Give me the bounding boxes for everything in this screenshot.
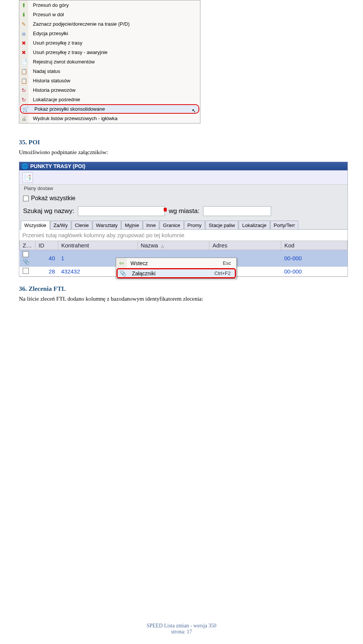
attachment-icon: 📎 [118,268,128,278]
show-all-row: Pokaż wszystkie [19,193,347,204]
menu-item-move-down[interactable]: ⬇ Przesuń w dół [19,10,200,19]
document-icon: ≣ [19,29,28,38]
tab-myjnie[interactable]: Myjnie [121,221,143,229]
tab-warsztaty[interactable]: Warsztaty [93,221,121,229]
globe-icon: 🌐 [22,163,28,169]
context-menu-screenshot: ⬆ Przesuń do góry ⬇ Przesuń w dół ✎ Zazn… [19,0,200,124]
poi-titlebar: 🌐 PUNKTY TRASY (POI) [19,162,347,170]
search-name-label: Szukaj wg nazwy: [23,207,74,215]
menu-item-mark-pd[interactable]: ✎ Zaznacz podjęcie/doreczenie na trasie … [19,19,200,29]
tab-lokalizacje[interactable]: Lokalizacje [239,221,270,229]
menu-item-remove-shipment-emergency[interactable]: ✖ Usuń przesyłkę z trasy - awaryjnie [19,48,200,57]
col-kod[interactable]: Kod [281,241,347,250]
menu-item-print-waybills[interactable]: 🖨 Wydruk listów przewozowych - igłówka [19,114,200,123]
poi-tabs: Wszystkie Za/Wy Clenie Warsztaty Myjnie … [19,220,347,230]
arrow-down-icon: ⬇ [19,10,28,19]
inner-menu-attachments[interactable]: 📎 Załączniki Ctrl+F2 [116,268,236,278]
show-all-checkbox[interactable] [23,196,29,201]
tab-granice[interactable]: Granice [160,221,184,229]
search-city-label: wg miasta: [169,207,199,215]
arrow-up-icon: ⬆ [19,0,28,10]
poi-search-row: Szukaj wg nazwy: wg miasta: [19,204,347,220]
back-arrow-icon: ⇦ [116,258,127,268]
search-city-input[interactable] [203,206,271,216]
col-kontrahent[interactable]: Kontrahent [58,241,138,250]
cell-id: 28 [36,267,58,276]
menu-item-label: Usuń przesyłkę z trasy - awaryjnie [31,49,197,55]
col-adres[interactable]: Adres [209,241,281,250]
tab-porty[interactable]: Porty/Terr [270,221,298,229]
poi-title: PUNKTY TRASY (POI) [30,163,85,169]
menu-item-label: Historia statusów [31,78,197,83]
sort-asc-icon: △ [161,244,164,248]
menu-item-status-history[interactable]: 📋 Historia statusów [19,76,200,85]
history-icon: ↻ [19,95,28,104]
section-36-heading: 36. Zlecenia FTL [19,285,344,293]
attachment-icon: 📎 [23,258,30,265]
page-footer: SPEED Lista zmian - wersja 350 strona: 1… [0,623,363,635]
row-checkbox[interactable] [23,251,29,257]
menu-item-label: Przesuń do góry [31,2,197,8]
edit-icon: ✎ [19,19,28,29]
grouping-hint: Przenieś tutaj nagłówek kolumny aby zgru… [19,230,347,241]
plany-dostaw-label: Plany dostaw [19,185,347,193]
section-36-text: Na liście zleceń FTL dodano kolumnę z ba… [19,296,344,302]
tab-promy[interactable]: Promy [184,221,205,229]
menu-item-edit-shipment[interactable]: ≣ Edycja przesyłki [19,29,200,38]
document-page: ⬆ Przesuń do góry ⬇ Przesuń w dół ✎ Zazn… [0,0,363,644]
menu-item-label: Pokaz przesyłki skonsolidowane [33,106,189,112]
inner-menu-shortcut: Esc [223,260,233,266]
poi-panel-screenshot: 🌐 PUNKTY TRASY (POI) 📑 Plany dostaw Poka… [19,162,348,277]
search-name-input[interactable] [78,206,165,216]
menu-item-label: Usuń przesyłkę z trasy [31,40,197,46]
inner-menu-back[interactable]: ⇦ Wstecz Esc [116,258,236,268]
tab-inne[interactable]: Inne [143,221,159,229]
inner-menu-label: Załączniki [132,270,211,276]
menu-item-remove-shipment[interactable]: ✖ Usuń przesyłkę z trasy [19,38,200,48]
poi-toolbar: 📑 [19,170,347,185]
page-icon: 📄 [19,57,28,66]
menu-item-label: Rejestruj zwrot dokumentów [31,59,197,65]
menu-item-label: Zaznacz podjęcie/doreczenie na trasie (P… [31,21,197,27]
section-35-heading: 35. POI [19,139,344,146]
section-35-text: Umożliwiono podpinanie załączników: [19,149,344,156]
history-icon: ↻ [19,85,28,95]
clipboard-icon: 📋 [19,76,28,85]
row-checkbox[interactable] [23,268,29,274]
menu-item-move-up[interactable]: ⬆ Przesuń do góry [19,0,200,10]
inner-menu-shortcut: Ctrl+F2 [214,270,232,276]
col-nazwa[interactable]: Nazwa△ [138,241,209,250]
menu-item-label: Przesuń w dół [31,12,197,17]
menu-item-label: Nadaj status [31,68,197,74]
delete-icon: ✖ [19,48,28,57]
cart-icon: 🛒 [21,104,30,114]
tab-wszystkie[interactable]: Wszystkie [21,221,50,230]
footer-line1: SPEED Lista zmian - wersja 350 [147,623,217,629]
menu-item-set-status[interactable]: 📋 Nadaj status [19,66,200,76]
cell-kod: 00-000 [281,267,347,276]
table-header-row: Z… ID Kontrahent Nazwa△ Adres Kod [20,241,347,250]
menu-item-transport-history[interactable]: ↻ Historia przewozów [19,85,200,95]
footer-line2: strona: 17 [0,629,363,635]
tab-clenie[interactable]: Clenie [71,221,92,229]
menu-item-label: Wydruk listów przewozowych - igłówka [31,116,197,121]
inner-menu-label: Wstecz [130,260,219,266]
cursor-icon: ↖ [192,108,196,114]
printer-icon: 🖨 [19,114,28,123]
inner-context-menu: ⇦ Wstecz Esc 📎 Załączniki Ctrl+F2 [116,258,237,279]
red-marker-icon [164,208,167,212]
toolbar-plan-button[interactable]: 📑 [22,172,33,183]
tab-stacje-paliw[interactable]: Stacje paliw [205,221,238,229]
col-id[interactable]: ID [36,241,58,250]
menu-item-label: Lokalizacje pośrednie [31,97,197,102]
menu-item-intermediate-locations[interactable]: ↻ Lokalizacje pośrednie [19,95,200,104]
tab-zawy[interactable]: Za/Wy [50,221,71,229]
menu-item-show-consolidated[interactable]: 🛒 Pokaz przesyłki skonsolidowane ↖ [20,104,199,114]
show-all-label: Pokaż wszystkie [31,195,75,202]
menu-item-label: Edycja przesyłki [31,31,197,36]
clipboard-icon: 📋 [19,66,28,76]
menu-item-register-docs-return[interactable]: 📄 Rejestruj zwrot dokumentów [19,57,200,66]
delete-icon: ✖ [19,38,28,48]
col-z[interactable]: Z… [20,241,36,250]
menu-item-label: Historia przewozów [31,87,197,93]
